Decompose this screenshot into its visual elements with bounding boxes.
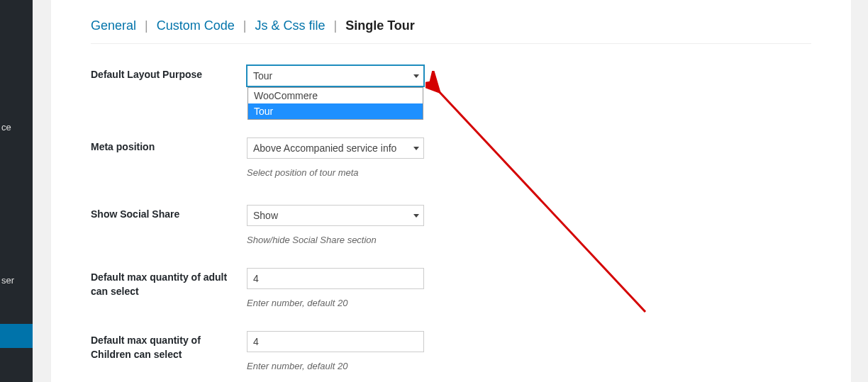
input-max-children[interactable]: 4 xyxy=(247,331,424,352)
select-social-share[interactable]: Show xyxy=(247,205,424,226)
tab-bar: General | Custom Code | Js & Css file | … xyxy=(91,0,851,43)
chevron-down-icon xyxy=(413,214,419,218)
label-max-adult: Default max quantity of adult can select xyxy=(91,268,247,298)
helper-social-share: Show/hide Social Share section xyxy=(247,235,431,245)
tab-custom-code[interactable]: Custom Code xyxy=(157,18,235,33)
tab-js-css[interactable]: Js & Css file xyxy=(255,18,325,33)
settings-panel: General | Custom Code | Js & Css file | … xyxy=(51,0,851,382)
field-meta-position: Meta position Above Accompanied service … xyxy=(91,86,851,178)
tab-general[interactable]: General xyxy=(91,18,136,33)
select-value: Show xyxy=(253,210,278,221)
input-value: 4 xyxy=(253,273,259,284)
select-value: Above Accompanied service info xyxy=(253,142,396,154)
sidebar-item-partial-1[interactable]: ce xyxy=(0,122,33,133)
select-meta-position[interactable]: Above Accompanied service info xyxy=(247,137,424,159)
chevron-down-icon xyxy=(413,147,419,150)
label-social-share: Show Social Share xyxy=(91,205,247,222)
label-meta-position: Meta position xyxy=(91,137,247,155)
chevron-down-icon xyxy=(413,74,419,78)
field-social-share: Show Social Share Show Show/hide Social … xyxy=(91,178,851,245)
field-max-children: Default max quantity of Children can sel… xyxy=(91,308,851,371)
input-value: 4 xyxy=(253,336,259,347)
tab-separator: | xyxy=(145,18,148,33)
tab-separator: | xyxy=(243,18,247,33)
select-default-layout[interactable]: Tour xyxy=(247,65,424,86)
label-max-children: Default max quantity of Children can sel… xyxy=(91,331,247,361)
helper-meta-position: Select position of tour meta xyxy=(247,167,431,178)
tab-separator: | xyxy=(334,18,338,33)
field-max-adult: Default max quantity of adult can select… xyxy=(91,245,851,308)
page-gutter xyxy=(851,0,868,382)
helper-max-children: Enter number, default 20 xyxy=(247,361,431,371)
dropdown-option-woocommerce[interactable]: WooCommere xyxy=(248,88,423,103)
sidebar-item-active[interactable] xyxy=(0,324,33,348)
dropdown-option-tour[interactable]: Tour xyxy=(248,103,423,119)
label-default-layout: Default Layout Purpose xyxy=(91,65,247,82)
dropdown-default-layout: WooCommere Tour xyxy=(247,87,423,120)
input-max-adult[interactable]: 4 xyxy=(247,268,424,289)
tab-single-tour[interactable]: Single Tour xyxy=(345,18,415,33)
field-default-layout: Default Layout Purpose Tour WooCommere T… xyxy=(91,44,851,86)
helper-max-adult: Enter number, default 20 xyxy=(247,298,431,308)
admin-sidebar: ce ser xyxy=(0,0,33,382)
select-value: Tour xyxy=(253,70,272,82)
sidebar-item-partial-2[interactable]: ser xyxy=(0,275,33,286)
